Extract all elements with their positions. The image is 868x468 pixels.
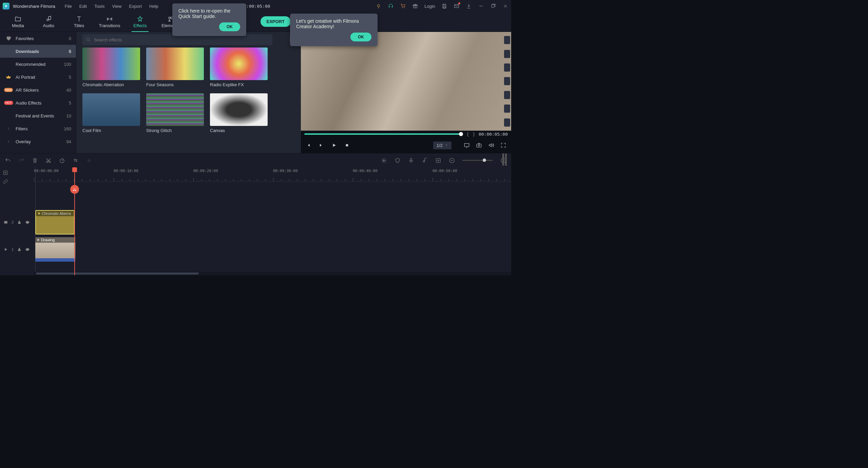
- menu-tools[interactable]: Tools: [94, 4, 104, 9]
- search-input[interactable]: [94, 37, 269, 42]
- sidebar-item-filters[interactable]: Filters160: [0, 122, 76, 135]
- sidebar-item-ai-portrait[interactable]: AI Portrait5: [0, 71, 76, 83]
- download-icon[interactable]: [466, 3, 472, 9]
- tooltip2-ok-button[interactable]: OK: [350, 33, 371, 41]
- effect-thumb[interactable]: Cool Film: [82, 93, 140, 133]
- tab-audio[interactable]: Audio: [33, 12, 64, 32]
- add-track-icon[interactable]: [3, 170, 8, 175]
- delete-icon[interactable]: [32, 157, 38, 164]
- fx-track-head[interactable]: 2: [0, 209, 34, 236]
- prev-frame-icon[interactable]: [306, 143, 311, 148]
- play-icon[interactable]: [331, 143, 337, 148]
- sidebar-item-overlay[interactable]: Overlay94: [0, 135, 76, 148]
- volume-icon[interactable]: [488, 142, 494, 148]
- film-sprockets-icon: [503, 32, 511, 131]
- eye-icon[interactable]: [25, 247, 30, 252]
- zoom-ratio-select[interactable]: 1/2: [433, 142, 451, 149]
- link-icon[interactable]: [3, 179, 8, 184]
- sidebar-item-recommended[interactable]: Recommended100: [0, 58, 76, 71]
- tab-effects[interactable]: Effects: [125, 12, 155, 32]
- effect-label: Chromatic Aberration: [82, 82, 140, 87]
- maximize-icon[interactable]: [490, 3, 496, 9]
- video-track-head[interactable]: 1: [0, 236, 34, 263]
- lock-icon[interactable]: [17, 220, 22, 225]
- preview-video[interactable]: [301, 32, 511, 131]
- effect-thumb[interactable]: Canvas: [210, 93, 268, 133]
- voiceover-icon[interactable]: [408, 157, 414, 164]
- fx-track[interactable]: 2 Chromatic Aberra: [0, 209, 511, 236]
- minimize-icon[interactable]: [478, 3, 484, 9]
- effect-thumb[interactable]: Four Seasons: [146, 48, 204, 87]
- tips-icon[interactable]: [375, 3, 382, 9]
- zoom-slider[interactable]: [462, 160, 493, 161]
- timeline-toolbar: [0, 153, 511, 167]
- play-small-icon: [37, 238, 40, 242]
- fx-clip[interactable]: Chromatic Aberra: [35, 210, 75, 235]
- svg-rect-17: [464, 144, 469, 147]
- stop-icon[interactable]: [344, 143, 350, 148]
- save-icon[interactable]: [441, 3, 447, 9]
- timeline-scrollbar[interactable]: [34, 272, 511, 275]
- effect-thumb[interactable]: Strong Glitch: [146, 93, 204, 133]
- login-button[interactable]: Login: [424, 4, 435, 9]
- timeline[interactable]: 00:00:00:0000:00:10:0000:00:20:0000:00:3…: [0, 167, 511, 275]
- menu-view[interactable]: View: [112, 4, 121, 9]
- timeline-ruler[interactable]: 00:00:00:0000:00:10:0000:00:20:0000:00:3…: [34, 167, 511, 182]
- audio-adjust-icon[interactable]: [86, 157, 92, 164]
- video-clip[interactable]: Drawing: [35, 237, 75, 262]
- close-icon[interactable]: [502, 3, 508, 9]
- menu-file[interactable]: File: [65, 4, 72, 9]
- svg-rect-32: [18, 222, 21, 224]
- display-icon[interactable]: [464, 142, 470, 148]
- playhead[interactable]: [74, 167, 75, 275]
- keyframe-icon[interactable]: [435, 157, 441, 164]
- render-icon[interactable]: [381, 157, 387, 164]
- fullscreen-icon[interactable]: [500, 142, 506, 148]
- menu-edit[interactable]: Edit: [79, 4, 87, 9]
- speed-icon[interactable]: [59, 157, 65, 164]
- svg-point-6: [87, 38, 90, 41]
- effect-label: Canvas: [210, 128, 268, 133]
- svg-rect-2: [455, 4, 459, 7]
- menu-export[interactable]: Export: [129, 4, 142, 9]
- audio-mixer-icon[interactable]: [422, 157, 428, 164]
- menu-help[interactable]: Help: [149, 4, 158, 9]
- sidebar-item-festival[interactable]: Festival and Events10: [0, 109, 76, 122]
- support-icon[interactable]: [388, 3, 394, 9]
- messages-icon[interactable]: [454, 3, 460, 9]
- redo-icon[interactable]: [18, 157, 24, 164]
- tab-transitions[interactable]: Transitions: [94, 12, 125, 32]
- crown-icon: [5, 74, 12, 80]
- tab-titles[interactable]: Titles: [64, 12, 94, 32]
- next-frame-icon[interactable]: [319, 143, 324, 148]
- export-button[interactable]: EXPORT: [261, 16, 291, 27]
- tooltip1-ok-button[interactable]: OK: [219, 22, 240, 31]
- tab-media[interactable]: Media: [3, 12, 33, 32]
- media-tabbar: Media Audio Titles Transitions Effects E…: [0, 12, 511, 32]
- lock-icon[interactable]: [17, 247, 22, 252]
- eye-icon[interactable]: [25, 220, 30, 225]
- track-type-icon: [3, 247, 8, 252]
- zoom-out-icon[interactable]: [449, 157, 455, 164]
- undo-icon[interactable]: [5, 157, 11, 164]
- effect-thumb[interactable]: Chromatic Aberration: [82, 48, 140, 87]
- star-icon: [37, 212, 41, 215]
- sidebar-item-favorites[interactable]: Favorites0: [0, 32, 76, 45]
- effect-thumb[interactable]: Radio Explike FX: [210, 48, 268, 87]
- svg-point-0: [378, 4, 380, 7]
- split-icon[interactable]: [70, 185, 79, 194]
- hot-badge: HOT: [4, 101, 13, 105]
- gift-icon[interactable]: [412, 3, 418, 9]
- sidebar-item-downloads[interactable]: Downloads6: [0, 45, 76, 58]
- marker-shield-icon[interactable]: [394, 157, 401, 164]
- cut-icon[interactable]: [45, 157, 52, 164]
- preview-scrubber[interactable]: { } 00:00:05:00: [301, 131, 511, 137]
- sidebar-item-ar-stickers[interactable]: NewAR Stickers40: [0, 83, 76, 96]
- sidebar-item-audio-effects[interactable]: HOTAudio Effects5: [0, 96, 76, 109]
- quickstart-tooltip: Click here to re-open the Quick Start gu…: [172, 3, 246, 36]
- svg-rect-18: [477, 144, 481, 147]
- video-track[interactable]: 1 Drawing: [0, 236, 511, 263]
- cart-icon[interactable]: [400, 3, 406, 9]
- adjust-icon[interactable]: [73, 157, 79, 164]
- snapshot-icon[interactable]: [476, 142, 482, 148]
